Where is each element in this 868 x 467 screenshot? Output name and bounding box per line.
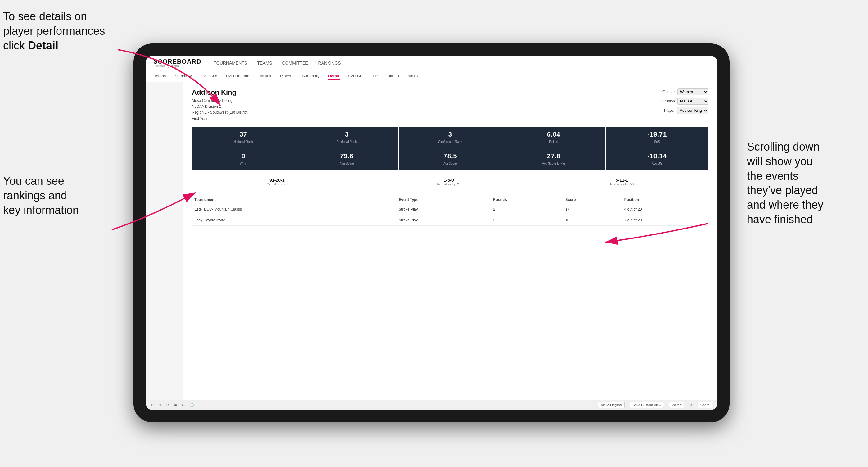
stat-sos-value: -19.71 (608, 130, 706, 138)
tablet-screen: SCOREBOARD Powered by clippd TOURNAMENTS… (146, 56, 717, 410)
table-body: Estella CC- Mountain Classic Stroke Play… (192, 204, 708, 225)
refresh-icon[interactable]: ⟳ (166, 403, 169, 407)
player-region: Region 1 - Southwest (18) District (192, 110, 247, 116)
share-button[interactable]: Share (698, 402, 712, 408)
record-top25-label: Record vs top 25 (437, 183, 461, 186)
row1-rounds: 2 (491, 204, 563, 215)
main-content: Addison King Mesa Community College NJCA… (146, 82, 717, 400)
annotation-bottomright: Scrolling down will show you the events … (747, 140, 865, 227)
player-select[interactable]: Addison King (677, 107, 708, 114)
tab-h2h-grid[interactable]: H2H Grid (200, 72, 218, 80)
player-year: First Year (192, 116, 247, 122)
stat-sos: -19.71 SoS (606, 127, 708, 148)
bottom-toolbar: ↩ ↪ ⟳ ⊕ ⊖ 🕐 View: Original Save Custom V… (146, 400, 717, 410)
zoom-in-icon[interactable]: ⊕ (174, 403, 177, 407)
stat-avg-par: 27.8 Avg Score to Par (502, 148, 605, 169)
stat-avg-par-label: Avg Score to Par (542, 162, 565, 165)
stat-avg-sg-label: Avg SG (652, 162, 662, 165)
record-top50-label: Record vs top 50 (610, 183, 633, 186)
app-header: SCOREBOARD Powered by clippd TOURNAMENTS… (146, 56, 717, 70)
player-division: NJCAA Division 1 (192, 104, 247, 110)
clock-icon[interactable]: 🕐 (190, 403, 194, 407)
content-sidebar (146, 82, 183, 400)
gender-select[interactable]: Women Men (677, 89, 708, 95)
row2-score: 16 (563, 215, 622, 225)
division-select[interactable]: NJCAA I NJCAA II (677, 98, 708, 105)
tab-teams[interactable]: Teams (153, 72, 166, 80)
stat-adj-score-value: 78.5 (401, 152, 499, 160)
player-header: Addison King Mesa Community College NJCA… (192, 89, 708, 122)
stat-points-label: Points (549, 140, 558, 144)
tournament-table: Tournament Event Type Rounds Score Posit… (192, 196, 708, 226)
tab-players[interactable]: Players (279, 72, 294, 80)
player-filter-row: Player Addison King (664, 107, 708, 114)
player-info: Addison King Mesa Community College NJCA… (192, 89, 247, 122)
annotation-bottomleft: You can see rankings and key information (3, 174, 115, 217)
row1-position: 4 out of 20 (622, 204, 708, 215)
table-row: Estella CC- Mountain Classic Stroke Play… (192, 204, 708, 215)
record-top25-value: 1-5-0 (437, 178, 461, 183)
stat-avg-par-value: 27.8 (505, 152, 602, 160)
division-filter-row: Division NJCAA I NJCAA II (662, 98, 708, 105)
nav-committee[interactable]: COMMITTEE (282, 59, 308, 67)
record-overall-label: Overall Record (267, 183, 287, 186)
zoom-out-icon[interactable]: ⊖ (182, 403, 185, 407)
save-custom-view-button[interactable]: Save Custom View (629, 402, 664, 408)
nav-tournaments[interactable]: TOURNAMENTS (214, 59, 247, 67)
table-header: Tournament Event Type Rounds Score Posit… (192, 196, 708, 204)
stat-points: 6.04 Points (502, 127, 605, 148)
record-overall: 91-20-1 Overall Record (267, 178, 287, 186)
stat-conference-rank-value: 3 (401, 130, 499, 138)
tab-h2h-heatmap2[interactable]: H2H Heatmap (373, 72, 399, 80)
col-tournament: Tournament (192, 196, 396, 204)
stat-points-value: 6.04 (505, 130, 602, 138)
tab-matrix2[interactable]: Matrix (407, 72, 419, 80)
tab-h2h-heatmap[interactable]: H2H Heatmap (225, 72, 252, 80)
stat-wins: 0 Wins (192, 148, 294, 169)
stat-wins-label: Wins (240, 162, 247, 165)
tab-h2h-grid2[interactable]: H2H Grid (347, 72, 365, 80)
stat-adj-score-label: Adj Score (443, 162, 457, 165)
view-original-button[interactable]: View: Original (598, 402, 625, 408)
col-rounds: Rounds (491, 196, 563, 204)
col-score: Score (563, 196, 622, 204)
stats-row1: 37 National Rank 3 Regional Rank 3 Confe… (192, 127, 708, 148)
stat-adj-score: 78.5 Adj Score (399, 148, 501, 169)
tab-detail[interactable]: Detail (328, 72, 340, 80)
stat-national-rank: 37 National Rank (192, 127, 294, 148)
stat-regional-rank: 3 Regional Rank (295, 127, 398, 148)
row2-rounds: 2 (491, 215, 563, 225)
record-top50: 5-11-1 Record vs top 50 (610, 178, 633, 186)
watch-button[interactable]: Watch (669, 402, 684, 408)
redo-icon[interactable]: ↪ (159, 403, 161, 407)
stat-sos-label: SoS (654, 140, 660, 144)
sub-nav: Teams Summary H2H Grid H2H Heatmap Matri… (146, 70, 717, 82)
stat-avg-score-value: 79.6 (298, 152, 396, 160)
screen-icon[interactable]: 🖥 (689, 403, 692, 407)
nav-rankings[interactable]: RANKINGS (318, 59, 341, 67)
player-detail-panel: Addison King Mesa Community College NJCA… (183, 82, 717, 400)
row2-tournament: Lady Coyote Invite (192, 215, 396, 225)
undo-icon[interactable]: ↩ (151, 403, 154, 407)
tab-summary2[interactable]: Summary (302, 72, 320, 80)
main-nav: TOURNAMENTS TEAMS COMMITTEE RANKINGS (214, 59, 341, 67)
division-label: Division (662, 99, 675, 103)
records-row: 91-20-1 Overall Record 1-5-0 Record vs t… (192, 175, 708, 189)
record-top50-value: 5-11-1 (610, 178, 633, 183)
stat-avg-sg-value: -10.14 (608, 152, 706, 160)
gender-filter-row: Gender Women Men (662, 89, 708, 95)
stat-regional-rank-label: Regional Rank (337, 140, 357, 144)
tab-matrix[interactable]: Matrix (259, 72, 272, 80)
player-filter-label: Player (664, 108, 675, 113)
player-name: Addison King (192, 89, 247, 97)
nav-teams[interactable]: TEAMS (257, 59, 272, 67)
row2-position: 7 out of 20 (622, 215, 708, 225)
stat-national-rank-value: 37 (194, 130, 292, 138)
record-top25: 1-5-0 Record vs top 25 (437, 178, 461, 186)
stat-avg-score-label: Avg Score (340, 162, 354, 165)
tablet-device: SCOREBOARD Powered by clippd TOURNAMENTS… (133, 43, 730, 422)
table-row: Lady Coyote Invite Stroke Play 2 16 7 ou… (192, 215, 708, 225)
annotation-topleft: To see details on player performances cl… (3, 9, 121, 53)
tab-summary[interactable]: Summary (174, 72, 192, 80)
stats-row2: 0 Wins 79.6 Avg Score 78.5 Adj Score 27.… (192, 148, 708, 169)
